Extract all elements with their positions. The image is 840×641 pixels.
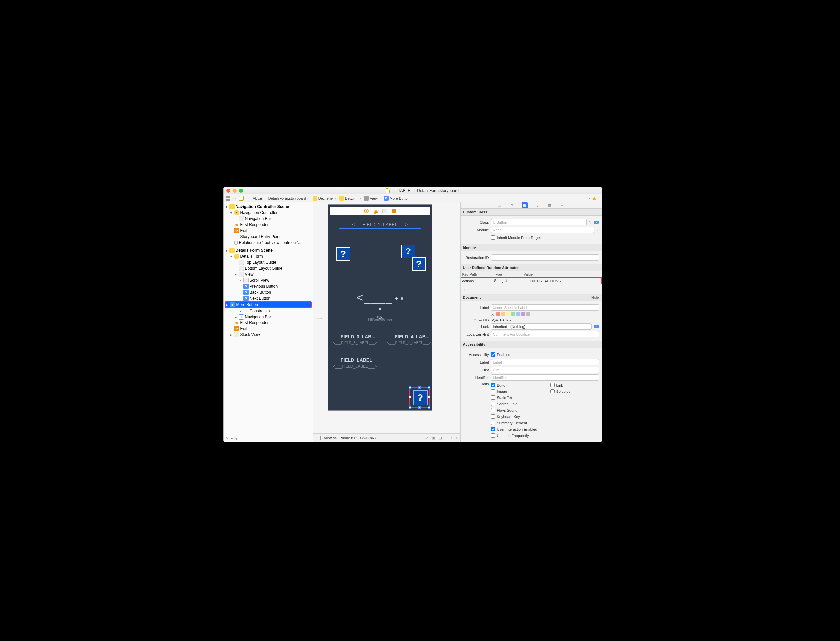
device-preview[interactable]: ◉ <___FIELD_1_LABEL___> ? ? ? <____• • •… (328, 205, 432, 411)
minimize-icon[interactable] (233, 189, 237, 193)
trait-image[interactable]: Image (491, 389, 537, 393)
acc-label-field[interactable]: Label (491, 359, 599, 365)
trait-summary-element[interactable]: Summary Element (491, 421, 537, 425)
item-relationship[interactable]: Relationship "root view controller"... (224, 240, 313, 245)
trait-search-field[interactable]: Search Field (491, 402, 537, 406)
localizer-hint-field[interactable]: Comment For Localizer (491, 331, 599, 337)
item-stack-view[interactable]: ▸Stack View (224, 332, 313, 338)
trait-button[interactable]: Button (491, 383, 537, 387)
titlebar: ___TABLE___DetailsForm.storyboard (224, 187, 602, 195)
clear-color-icon[interactable]: ✕ (491, 312, 494, 317)
item-first-responder-2[interactable]: ◉First Responder (224, 320, 313, 326)
trait-plays-sound[interactable]: Plays Sound (491, 408, 537, 412)
first-responder-dock-icon[interactable]: ◉ (373, 209, 378, 213)
acc-identifier-field[interactable]: Identifier (491, 374, 599, 380)
file-inspector-icon[interactable]: ▭ (496, 202, 502, 208)
item-previous-button[interactable]: BPrevious Button (224, 283, 313, 289)
item-details-form[interactable]: ▼Details Form (224, 253, 313, 259)
item-entry-point[interactable]: →Storyboard Entry Point (224, 234, 313, 240)
label-field[interactable]: Xcode Specific Label (491, 304, 599, 311)
item-navigation-bar-2[interactable]: ▸‹Navigation Bar (224, 314, 313, 320)
jumpbar-scene[interactable]: De…ene (312, 196, 337, 201)
scene-navigation-controller[interactable]: ▼Navigation Controller Scene (224, 204, 313, 210)
trait-link[interactable]: Link (551, 383, 571, 387)
lock-select[interactable]: Inherited - (Nothing) (491, 324, 592, 330)
jump-next-icon[interactable]: › (598, 196, 599, 200)
trait-user-interaction[interactable]: User Interaction Enabled (491, 427, 537, 431)
item-top-layout-guide[interactable]: Top Layout Guide (224, 259, 313, 266)
quick-help-icon[interactable]: ? (509, 202, 515, 208)
item-navigation-controller[interactable]: ▼‹Navigation Controller (224, 210, 313, 216)
connections-inspector-icon[interactable]: → (559, 202, 565, 208)
attributes-inspector-icon[interactable]: ⇩ (534, 202, 540, 208)
item-more-button[interactable]: ▸BMore Button (225, 301, 312, 308)
resolve-icon[interactable]: ⟐ (455, 436, 457, 440)
class-dropdown-icon[interactable]: ▾ (594, 221, 599, 224)
outline-toggle-icon[interactable] (316, 436, 321, 440)
more-button-selection[interactable]: ? (409, 387, 430, 408)
filter-input[interactable] (231, 436, 311, 440)
item-exit-2[interactable]: ➜Exit (224, 326, 313, 332)
field-single: ___FIELD_LABEL___ <___FIELD_LABEL___> (333, 358, 380, 369)
vc-dock-icon[interactable] (364, 209, 368, 213)
align-icon[interactable]: ⊟ (439, 436, 442, 440)
trait-selected[interactable]: Selected (551, 389, 571, 393)
item-exit[interactable]: ➜Exit (224, 228, 313, 234)
jumpbar-view[interactable]: View (363, 196, 382, 201)
warning-icon[interactable] (592, 197, 596, 200)
jumpbar-controller[interactable]: De…rm (338, 196, 362, 201)
module-field[interactable]: None (491, 227, 594, 233)
chevron-down-icon[interactable]: ⌄ (596, 228, 599, 232)
color-chips[interactable]: ✕ (491, 312, 531, 317)
zoom-icon[interactable] (239, 189, 243, 193)
relationship-icon (234, 240, 238, 245)
jumpbar-button[interactable]: BMore Button (383, 196, 411, 201)
remove-icon[interactable]: − (468, 287, 470, 292)
scene-details-form[interactable]: ▼Details Form Scene (224, 248, 313, 253)
item-view[interactable]: ▼View (224, 271, 313, 277)
chevron-down-icon[interactable]: ⇕ (594, 325, 599, 328)
hide-button[interactable]: Hide (591, 295, 599, 299)
section-accessibility: Accessibility (460, 341, 602, 348)
scene-dock[interactable]: ◉ (330, 207, 430, 215)
acc-hint-field[interactable]: Hint (491, 367, 599, 373)
inherit-module-checkbox[interactable]: Inherit Module From Target (491, 235, 541, 240)
restoration-id-field[interactable] (491, 254, 599, 261)
clear-icon[interactable]: ⊙ (589, 220, 592, 224)
runtime-attribute-row[interactable]: actions String ⇕ ___ENTITY_ACTIONS___ (460, 278, 602, 284)
pin-icon[interactable]: ⊢⊣ (445, 436, 452, 440)
add-icon[interactable]: + (463, 287, 466, 292)
item-scroll-view[interactable]: ▸Scroll View (224, 277, 313, 283)
exit-dock-icon[interactable] (392, 209, 396, 213)
item-first-responder[interactable]: ◉First Responder (224, 222, 313, 228)
size-inspector-icon[interactable]: ▥ (547, 202, 553, 208)
jump-prev-icon[interactable]: ‹ (589, 196, 590, 200)
trait-updates-frequently[interactable]: Updates Frequently (491, 433, 537, 438)
item-constraints[interactable]: ▸⊞Constraints (224, 308, 313, 314)
class-field[interactable]: UIButton (491, 219, 587, 225)
related-items-icon[interactable] (226, 196, 230, 201)
jump-bar[interactable]: ‹ › ___TABLE___DetailsForm.storyboard De… (224, 195, 602, 202)
canvas[interactable]: → ◉ <___FIELD_1_LABEL___> ? ? ? <____• •… (313, 202, 460, 442)
embed-icon[interactable]: ▣ (431, 436, 435, 440)
identity-inspector-icon[interactable]: ▦ (522, 202, 528, 208)
add-remove-attribute: +− (460, 286, 602, 294)
trait-keyboard-key[interactable]: Keyboard Key (491, 414, 537, 419)
item-next-button[interactable]: BNext Button (224, 295, 313, 301)
view-dock-icon[interactable] (383, 209, 387, 213)
inspector: ▭ ? ▦ ⇩ ▥ → Custom Class ClassUIButton⊙▾… (460, 202, 602, 442)
zoom-icon[interactable]: ⤢ (425, 436, 428, 440)
jumpbar-file[interactable]: ___TABLE___DetailsForm.storyboard (238, 196, 311, 201)
runtime-attributes-table[interactable]: Key PathTypeValue actions String ⇕ ___EN… (460, 271, 602, 284)
window-title: ___TABLE___DetailsForm.storyboard (246, 188, 599, 193)
item-back-button[interactable]: BBack Button (224, 289, 313, 295)
trait-static-text[interactable]: Static Text (491, 396, 537, 400)
view-as-label[interactable]: View as: iPhone 8 Plus (wC hR) (324, 436, 376, 440)
outline-tree[interactable]: ▼Navigation Controller Scene ▼‹Navigatio… (224, 202, 313, 434)
uiscrollview-label: UIScrollView (368, 317, 392, 322)
accessibility-enabled-checkbox[interactable]: Enabled (491, 352, 510, 357)
item-bottom-layout-guide[interactable]: Bottom Layout Guide (224, 266, 313, 271)
item-navigation-bar[interactable]: Navigation Bar (224, 216, 313, 222)
inspector-tabs[interactable]: ▭ ? ▦ ⇩ ▥ → (460, 202, 602, 209)
close-icon[interactable] (226, 189, 230, 193)
